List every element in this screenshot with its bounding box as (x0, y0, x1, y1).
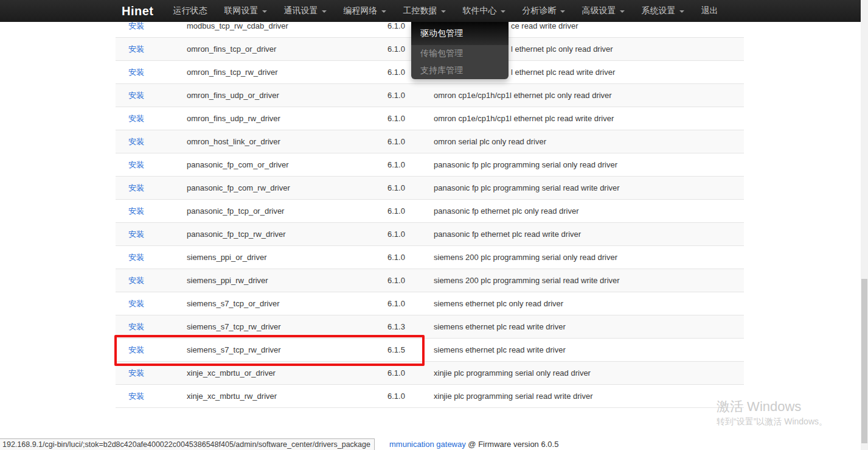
install-link[interactable]: 安装 (128, 322, 144, 331)
nav-item-software-center[interactable]: 软件中心 (454, 0, 514, 22)
driver-name-cell: omron_fins_tcp_or_driver (187, 44, 387, 54)
nav-item-analysis-diagnosis[interactable]: 分析诊断 (514, 0, 574, 22)
footer-firmware-text: @ Firmware version 6.0.5 (466, 440, 559, 449)
driver-version-cell: 6.1.3 (387, 322, 434, 331)
driver-description-cell: siemens ethernet plc read write driver (434, 345, 744, 354)
driver-name-cell: panasonic_fp_tcp_rw_driver (187, 230, 387, 239)
driver-description-cell: xinjie plc programming serial only read … (434, 368, 744, 378)
nav-item-industrial-data[interactable]: 工控数据 (395, 0, 454, 22)
install-link[interactable]: 安装 (128, 160, 144, 169)
page: 安装 modbus_tcp_rw_cdab_driver 6.1.0 ce re… (0, 0, 868, 450)
table-row: 安装 omron_fins_udp_rw_driver 6.1.0 omron … (116, 107, 744, 130)
driver-name-cell: panasonic_fp_com_or_driver (187, 160, 387, 169)
driver-description-cell: panasonic fp ethernet plc only read driv… (434, 206, 744, 216)
scrollbar-track[interactable] (861, 0, 868, 450)
install-link[interactable]: 安装 (128, 44, 144, 54)
caret-down-icon (620, 10, 625, 13)
nav-item-label: 高级设置 (582, 5, 616, 16)
nav-item-network-setup[interactable]: 联网设置 (216, 0, 276, 22)
install-link[interactable]: 安装 (128, 368, 144, 378)
dropdown-item-support-library-management[interactable]: 支持库管理 (411, 62, 509, 79)
driver-description-cell: omron cp1e/cp1h/cp1l ethernet plc only r… (434, 91, 744, 100)
table-row: 安装 siemens_ppi_or_driver 6.1.0 siemens 2… (116, 246, 744, 269)
nav-item-label: 工控数据 (403, 5, 437, 16)
nav-menu: 运行状态联网设置通讯设置编程网络工控数据软件中心分析诊断高级设置系统设置退出 (165, 0, 727, 22)
nav-item-label: 运行状态 (173, 5, 207, 16)
table-row: 安装 panasonic_fp_com_or_driver 6.1.0 pana… (116, 153, 744, 177)
driver-version-cell: 6.1.0 (387, 183, 434, 192)
driver-name-cell: siemens_s7_tcp_rw_driver (187, 322, 387, 331)
install-link[interactable]: 安装 (128, 183, 144, 192)
table-row-highlighted: 安装 siemens_s7_tcp_rw_driver 6.1.5 siemen… (116, 339, 744, 362)
driver-name-cell: omron_fins_udp_rw_driver (187, 114, 387, 123)
install-link[interactable]: 安装 (128, 68, 144, 77)
nav-item-comm-setup[interactable]: 通讯设置 (276, 0, 335, 22)
dropdown-item-driver-package-management[interactable]: 驱动包管理 (411, 22, 509, 45)
install-link[interactable]: 安装 (128, 91, 144, 100)
software-center-dropdown-menu: 驱动包管理传输包管理支持库管理 (411, 22, 509, 79)
driver-name-cell: siemens_s7_tcp_or_driver (187, 299, 387, 308)
driver-version-cell: 6.1.0 (387, 276, 434, 285)
table-row: 安装 omron_fins_udp_or_driver 6.1.0 omron … (116, 84, 744, 107)
nav-item-programming-network[interactable]: 编程网络 (335, 0, 395, 22)
watermark-subtitle: 转到“设置”以激活 Windows。 (717, 415, 827, 428)
nav-item-label: 编程网络 (344, 5, 378, 16)
table-row: 安装 siemens_s7_tcp_or_driver 6.1.0 siemen… (116, 292, 744, 315)
nav-item-system-settings[interactable]: 系统设置 (633, 0, 693, 22)
driver-version-cell: 6.1.0 (387, 91, 434, 100)
driver-description-cell: siemens 200 plc programming serial only … (434, 253, 744, 262)
table-row: 安装 siemens_s7_tcp_rw_driver 6.1.3 siemen… (116, 315, 744, 339)
brand-logo[interactable]: Hinet (122, 4, 165, 18)
install-link[interactable]: 安装 (128, 276, 144, 285)
caret-down-icon (381, 10, 386, 13)
driver-name-cell: siemens_s7_tcp_rw_driver (187, 345, 387, 354)
driver-name-cell: panasonic_fp_tcp_or_driver (187, 206, 387, 216)
driver-name-cell: panasonic_fp_com_rw_driver (187, 183, 387, 192)
driver-version-cell: 6.1.0 (387, 160, 434, 169)
page-footer: mmunication gateway @ Firmware version 6… (389, 440, 558, 449)
table-row: 安装 panasonic_fp_tcp_or_driver 6.1.0 pana… (116, 200, 744, 223)
driver-description-cell: siemens 200 plc programming serial read … (434, 276, 744, 285)
install-link[interactable]: 安装 (128, 137, 144, 146)
nav-item-label: 退出 (701, 5, 718, 16)
watermark-title: 激活 Windows (717, 399, 827, 415)
driver-name-cell: modbus_tcp_rw_cdab_driver (187, 21, 387, 30)
driver-description-cell: omron cp1e/cp1h/cp1l ethernet plc read w… (434, 114, 744, 123)
table-row: 安装 xinje_xc_mbrtu_rw_driver 6.1.0 xinjie… (116, 385, 744, 408)
install-link[interactable]: 安装 (128, 114, 144, 123)
table-row: 安装 panasonic_fp_tcp_rw_driver 6.1.0 pana… (116, 223, 744, 246)
caret-down-icon (679, 10, 684, 13)
driver-description-cell: xinjie plc programming serial read write… (434, 392, 744, 401)
install-link[interactable]: 安装 (128, 299, 144, 308)
driver-name-cell: omron_fins_udp_or_driver (187, 91, 387, 100)
driver-description-cell: panasonic fp ethernet plc read write dri… (434, 230, 744, 239)
driver-version-cell: 6.1.5 (387, 345, 434, 354)
driver-version-cell: 6.1.0 (387, 114, 434, 123)
caret-down-icon (322, 10, 327, 13)
driver-name-cell: omron_fins_tcp_rw_driver (187, 68, 387, 77)
dropdown-item-transport-package-management[interactable]: 传输包管理 (411, 45, 509, 62)
install-link[interactable]: 安装 (128, 253, 144, 262)
top-navbar: Hinet 运行状态联网设置通讯设置编程网络工控数据软件中心分析诊断高级设置系统… (0, 0, 861, 22)
nav-item-label: 系统设置 (642, 5, 676, 16)
nav-item-label: 分析诊断 (523, 5, 557, 16)
install-link[interactable]: 安装 (128, 206, 144, 216)
nav-item-label: 软件中心 (463, 5, 497, 16)
nav-item-label: 通讯设置 (284, 5, 318, 16)
scrollbar-thumb[interactable] (861, 279, 867, 443)
driver-description-cell: siemens ethernet plc read write driver (434, 322, 744, 331)
driver-name-cell: siemens_ppi_or_driver (187, 253, 387, 262)
footer-gateway-link[interactable]: mmunication gateway (389, 440, 466, 449)
nav-item-logout[interactable]: 退出 (693, 0, 727, 22)
driver-version-cell: 6.1.0 (387, 299, 434, 308)
nav-item-advanced-settings[interactable]: 高级设置 (574, 0, 633, 22)
install-link[interactable]: 安装 (128, 345, 144, 354)
caret-down-icon (262, 10, 267, 13)
driver-version-cell: 6.1.0 (387, 253, 434, 262)
nav-item-run-status[interactable]: 运行状态 (165, 0, 216, 22)
install-link[interactable]: 安装 (128, 21, 144, 30)
table-row: 安装 panasonic_fp_com_rw_driver 6.1.0 pana… (116, 177, 744, 200)
driver-name-cell: omron_host_link_or_driver (187, 137, 387, 146)
install-link[interactable]: 安装 (128, 230, 144, 239)
install-link[interactable]: 安装 (128, 392, 144, 401)
